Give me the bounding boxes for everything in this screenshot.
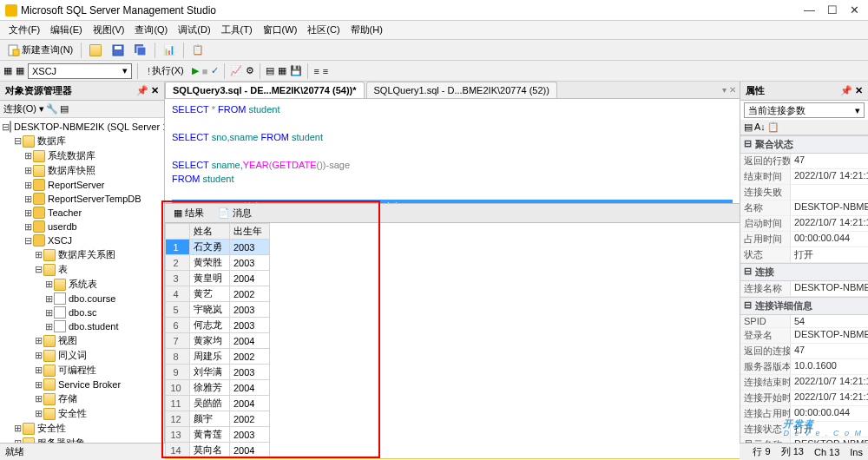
xscj-node[interactable]: XSCJ [48, 235, 72, 246]
tables-node[interactable]: 表 [58, 263, 68, 276]
prop-row[interactable]: 显示名称DESKTOP-NBME2I [740, 437, 868, 443]
menu-query[interactable]: 查询(Q) [129, 22, 173, 38]
outdent-icon[interactable]: ▦ [16, 65, 24, 76]
activity-button[interactable]: 📊 [159, 42, 180, 59]
menu-window[interactable]: 窗口(W) [258, 22, 303, 38]
table-row[interactable]: 4黄艺2002 [166, 286, 270, 302]
secu-node[interactable]: 安全性 [58, 407, 87, 420]
table-row[interactable]: 7黄家均2004 [166, 333, 270, 349]
menu-tools[interactable]: 工具(T) [216, 22, 258, 38]
panel-pin-icon[interactable]: 📌 ✕ [136, 85, 159, 96]
prop-row[interactable]: 连接开始时间2022/10/7 14:21:14 [740, 391, 868, 406]
categorize-icon[interactable]: ▤ [744, 122, 753, 133]
prop-row[interactable]: 启动时间2022/10/7 14:21:14 [740, 216, 868, 232]
connect-dropdown[interactable]: 连接(O) ▾ [3, 102, 44, 115]
stop-icon[interactable]: ■ [202, 66, 208, 76]
props-icon[interactable]: 📋 [767, 122, 779, 133]
open-button[interactable] [85, 42, 106, 59]
table-row[interactable]: 3黄皇明2004 [166, 271, 270, 286]
new-query-button[interactable]: 新建查询(N) [3, 41, 77, 59]
prop-row[interactable]: 连接占用时间00:00:00.044 [740, 406, 868, 422]
table-row[interactable]: 14莫向名2004 [166, 443, 270, 458]
results-grid[interactable]: 姓名出生年1石文勇20032黄荣胜20033黄皇明20044黄艺20025宇晓岚… [165, 223, 740, 458]
column-header[interactable]: 姓名 [190, 224, 230, 240]
menu-help[interactable]: 帮助(H) [345, 22, 388, 38]
secu2-node[interactable]: 安全性 [37, 422, 66, 435]
minimize-icon[interactable]: — [804, 3, 815, 16]
parse-icon[interactable]: ✓ [211, 65, 219, 76]
plan-icon[interactable]: 📈 [230, 65, 242, 76]
filter-icon[interactable]: ▤ [60, 103, 69, 115]
close-icon[interactable]: ✕ [850, 3, 859, 16]
tab-results[interactable]: ▦结果 [168, 205, 209, 221]
database-combo[interactable]: XSCJ ▾ [28, 63, 132, 79]
views-node[interactable]: 视图 [58, 334, 77, 347]
maximize-icon[interactable]: ☐ [827, 3, 838, 16]
storage-node[interactable]: 存储 [58, 392, 77, 405]
prop-row[interactable]: 登录名DESKTOP-NBME2I [740, 328, 868, 344]
sysdb-node[interactable]: 系统数据库 [48, 149, 95, 162]
sc-node[interactable]: dbo.sc [69, 307, 96, 318]
menu-community[interactable]: 社区(C) [302, 22, 345, 38]
menu-view[interactable]: 视图(V) [88, 22, 130, 38]
prop-row[interactable]: 返回的行数47 [740, 154, 868, 169]
prop-category[interactable]: ⊟连接详细信息 [740, 297, 868, 315]
prog-node[interactable]: 可编程性 [58, 364, 96, 377]
table-row[interactable]: 1石文勇2003 [166, 240, 270, 255]
object-tree[interactable]: ⊟DESKTOP-NBME2IK (SQL Server 10.0.160 ⊟数… [0, 118, 164, 443]
execute-button[interactable]: ! 执行(X) [143, 62, 188, 80]
prop-category[interactable]: ⊟聚合状态 [740, 135, 868, 154]
alpha-icon[interactable]: A↓ [754, 122, 766, 133]
debug-icon[interactable]: ▶ [192, 65, 199, 76]
prop-row[interactable]: 连接名称DESKTOP-NBME2I [740, 281, 868, 297]
table-row[interactable]: 12颜宇2002 [166, 411, 270, 427]
uncomment-icon[interactable]: ≡ [323, 66, 328, 76]
prop-row[interactable]: 返回的连接行数47 [740, 344, 868, 359]
table-row[interactable]: 9刘华满2003 [166, 365, 270, 380]
table-row[interactable]: 6何志龙2003 [166, 318, 270, 333]
prop-row[interactable]: 状态打开 [740, 247, 868, 263]
table-row[interactable]: 11吴皓皓2004 [166, 396, 270, 411]
results-file-icon[interactable]: 💾 [290, 65, 302, 76]
prop-row[interactable]: 连接状态打开 [740, 422, 868, 437]
table-row[interactable]: 10徐雅芳2004 [166, 380, 270, 396]
prop-row[interactable]: SPID54 [740, 315, 868, 328]
column-header[interactable]: 出生年 [230, 224, 270, 240]
refresh-icon[interactable]: 🔧 [46, 103, 58, 115]
table-row[interactable]: 5宇晓岚2003 [166, 302, 270, 318]
student-node[interactable]: dbo.student [69, 321, 119, 332]
results-grid-icon[interactable]: ▦ [278, 65, 286, 76]
menu-debug[interactable]: 调试(D) [173, 22, 215, 38]
save-all-button[interactable] [130, 42, 151, 59]
indent-icon[interactable]: ▦ [3, 65, 12, 76]
databases-node[interactable]: 数据库 [37, 135, 66, 148]
tab-sqlquery3[interactable]: SQLQuery3.sql - DE...ME2IK\20774 (54))* [165, 82, 365, 98]
registered-button[interactable]: 📋 [187, 42, 208, 59]
prop-row[interactable]: 名称DESKTOP-NBME2I [740, 200, 868, 216]
properties-grid[interactable]: ⊟聚合状态返回的行数47结束时间2022/10/7 14:21:14连接失败名称… [740, 135, 868, 443]
table-row[interactable]: 2黄荣胜2003 [166, 255, 270, 271]
table-row[interactable]: 13黄青莲2003 [166, 427, 270, 443]
prop-category[interactable]: ⊟连接 [740, 263, 868, 281]
menu-edit[interactable]: 编辑(E) [45, 22, 88, 38]
srvobj-node[interactable]: 服务器对象 [37, 437, 85, 443]
save-button[interactable] [108, 42, 128, 59]
tab-messages[interactable]: 📄消息 [213, 205, 257, 221]
tab-close-icon[interactable]: ▾ ✕ [719, 82, 740, 98]
course-node[interactable]: dbo.course [69, 293, 115, 304]
rs-node[interactable]: ReportServer [48, 180, 104, 190]
rst-node[interactable]: ReportServerTempDB [48, 194, 141, 204]
prop-row[interactable]: 占用时间00:00:00.044 [740, 232, 868, 247]
prop-row[interactable]: 连接结束时间2022/10/7 14:21:14 [740, 375, 868, 391]
systables-node[interactable]: 系统表 [69, 278, 97, 291]
options-icon[interactable]: ⚙ [246, 65, 254, 76]
results-text-icon[interactable]: ▤ [266, 65, 274, 76]
userdb-node[interactable]: userdb [48, 221, 77, 232]
dbdiag-node[interactable]: 数据库关系图 [58, 248, 115, 261]
table-row[interactable]: 8周建乐2002 [166, 349, 270, 365]
menu-file[interactable]: 文件(F) [3, 22, 45, 38]
comment-icon[interactable]: ≡ [313, 66, 319, 76]
prop-row[interactable]: 连接失败 [740, 185, 868, 200]
snap-node[interactable]: 数据库快照 [48, 164, 95, 177]
sb-node[interactable]: Service Broker [58, 379, 121, 390]
